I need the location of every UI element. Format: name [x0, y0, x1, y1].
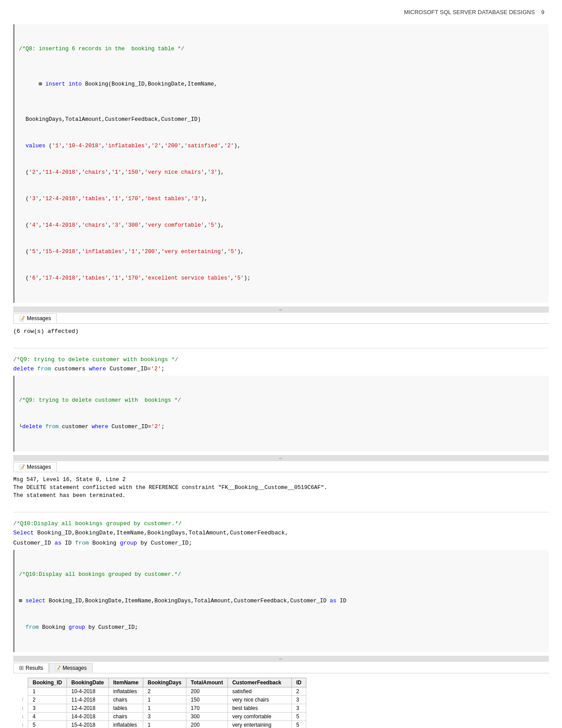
table-header-row: Booking_ID BookingDate ItemName BookingD… [18, 678, 306, 687]
q9-messages-tab[interactable]: 📝 Messages [13, 462, 57, 472]
cell-cid: 3 [291, 696, 306, 704]
results-grid-icon [19, 665, 24, 671]
cell-date: 10-4-2018 [67, 687, 108, 696]
cell-days: 3 [143, 713, 186, 721]
q8-line2: BookingDays,TotalAmount,CustomerFeedback… [19, 115, 544, 124]
q8-line5: ('3','12-4-2018','tables','1','170','bes… [19, 194, 544, 203]
cell-item: tables [108, 704, 143, 713]
q9-msg3: The statement has been terminated. [13, 493, 549, 499]
cell-days: 1 [143, 704, 186, 713]
table-row: 1 10-4-2018 inflatables 2 200 satisfied … [18, 687, 306, 696]
section-q9: /*Q9: trying to delete customer with boo… [13, 356, 549, 499]
q10-tab-bar: Results 📝 Messages [13, 663, 549, 673]
cell-booking-id: 2 [28, 696, 67, 704]
cell-date: 12-4-2018 [67, 704, 108, 713]
q8-line1: ⊞ insert into Booking(Booking_ID,Booking… [19, 71, 544, 97]
cell-cid: 5 [291, 721, 306, 728]
q9-msg2: The DELETE statement conflicted with the… [13, 485, 549, 491]
q8-line7: ('5','15-4-2018','inflatables','1','200'… [19, 247, 544, 256]
row-marker [18, 687, 28, 696]
cell-item: chairs [108, 696, 143, 704]
q10-results-tab[interactable]: Results [13, 663, 49, 673]
cell-booking-id: 5 [28, 721, 67, 728]
table-row: i 3 12-4-2018 tables 1 170 best tables 3 [18, 704, 306, 713]
cell-days: 1 [143, 721, 186, 728]
q10-messages-icon: 📝 [55, 665, 61, 671]
q9-tab-bar: 📝 Messages [13, 462, 549, 472]
q9-code-block: /*Q9: trying to delete customer with boo… [13, 376, 549, 452]
table-row: ! 2 11-4-2018 chairs 1 150 very nice cha… [18, 696, 306, 704]
q8-result: (6 row(s) affected) [13, 328, 549, 335]
header-title: MICROSOFT SQL SERVER DATABASE DESIGNS [404, 9, 535, 15]
q8-messages-tab-label: Messages [27, 315, 51, 321]
col-booking-id: Booking_ID [28, 678, 67, 687]
cell-item: inflatables [108, 721, 143, 728]
row-marker: ! [18, 696, 28, 704]
q9-code-comment: /*Q9: trying to delete customer with boo… [19, 396, 544, 405]
cell-feedback: satisfied [227, 687, 291, 696]
q10-results-tab-label: Results [26, 665, 43, 671]
q9-comment: /*Q9: trying to delete customer with boo… [13, 356, 549, 363]
q10-code-line2: from Booking group by Customer_ID; [19, 623, 544, 632]
cell-amount: 200 [186, 721, 227, 728]
q10-code-line1: ⊞ select Booking_ID,BookingDate,ItemName… [19, 597, 544, 605]
q10-code-comment: /*Q10:Display all bookings grouped by cu… [19, 570, 544, 579]
q9-msg1: Msg 547, Level 16, State 0, Line 2 [13, 477, 549, 483]
col-customer-feedback: CustomerFeedback [227, 678, 291, 687]
page-header: MICROSOFT SQL SERVER DATABASE DESIGNS 9 [13, 9, 549, 15]
q8-messages-tab[interactable]: 📝 Messages [13, 314, 57, 323]
cell-feedback: very entertaining [227, 721, 291, 728]
row-marker: i [18, 713, 28, 721]
col-total-amount: TotalAmount [186, 678, 227, 687]
section-q8: /*Q8: inserting 6 records in the booking… [13, 24, 549, 335]
q10-messages-tab[interactable]: 📝 Messages [49, 663, 93, 672]
q8-line8: ('6','17-4-2018','tables','1','170','exc… [19, 274, 544, 283]
q9-messages-icon: 📝 [19, 464, 25, 470]
q9-sql: delete from customers where Customer_ID=… [13, 366, 549, 372]
cell-amount: 150 [186, 696, 227, 704]
q8-line6: ('4','14-4-2018','chairs','3','300','ver… [19, 221, 544, 230]
page-number: 9 [541, 9, 544, 15]
cell-date: 15-4-2018 [67, 721, 108, 728]
cell-amount: 170 [186, 704, 227, 713]
cell-days: 1 [143, 696, 186, 704]
cell-amount: 300 [186, 713, 227, 721]
q8-tab-bar: 📝 Messages [13, 314, 549, 324]
q10-messages-tab-label: Messages [63, 665, 87, 671]
separator-1 [13, 348, 549, 348]
cell-feedback: very comfortable [227, 713, 291, 721]
cell-date: 11-4-2018 [67, 696, 108, 704]
q10-code-block: /*Q10:Display all bookings grouped by cu… [13, 550, 549, 652]
col-id: ID [291, 678, 306, 687]
q8-code-block: /*Q8: inserting 6 records in the booking… [13, 24, 549, 303]
q8-comment: /*Q8: inserting 6 records in the booking… [19, 45, 544, 53]
cell-cid: 5 [291, 713, 306, 721]
messages-icon: 📝 [19, 316, 25, 321]
col-marker [18, 678, 28, 687]
q9-messages-tab-label: Messages [27, 464, 51, 470]
q8-line4: ('2','11-4-2018','chairs','1','150','ver… [19, 168, 544, 177]
q9-scrollbar[interactable]: ⋯ [13, 455, 549, 461]
q10-comment: /*Q10:Display all bookings grouped by cu… [13, 520, 549, 527]
col-item-name: ItemName [108, 678, 143, 687]
cell-feedback: very nice chairs [227, 696, 291, 704]
table-row: i 4 14-4-2018 chairs 3 300 very comforta… [18, 713, 306, 721]
cell-cid: 2 [291, 687, 306, 696]
cell-booking-id: 1 [28, 687, 67, 696]
cell-booking-id: 4 [28, 713, 67, 721]
col-booking-date: BookingDate [67, 678, 108, 687]
q10-scrollbar[interactable]: ⋯ [13, 656, 549, 662]
cell-item: inflatables [108, 687, 143, 696]
cell-feedback: best tables [227, 704, 291, 713]
separator-2 [13, 512, 549, 512]
row-marker: i [18, 721, 28, 728]
q8-scrollbar[interactable]: ⋯ [13, 306, 549, 313]
cell-days: 2 [143, 687, 186, 696]
cell-date: 14-4-2018 [67, 713, 108, 721]
q10-sql-line1: Select Booking_ID,BookingDate,ItemName,B… [13, 530, 549, 536]
table-row: i 5 15-4-2018 inflatables 1 200 very ent… [18, 721, 306, 728]
col-booking-days: BookingDays [143, 678, 186, 687]
q10-sql-line2: Customer_ID as ID from Booking group by … [13, 540, 549, 546]
cell-cid: 3 [291, 704, 306, 713]
row-marker: i [18, 704, 28, 713]
